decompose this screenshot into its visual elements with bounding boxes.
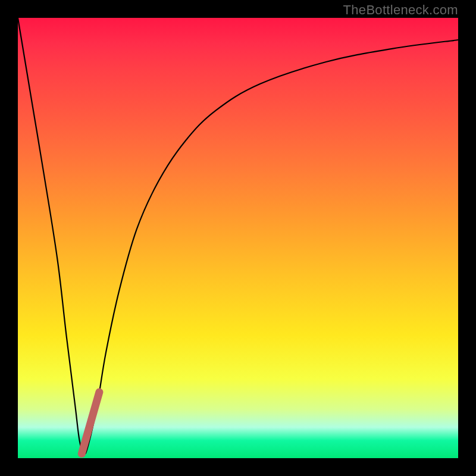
chart-frame: TheBottleneck.com xyxy=(0,0,476,476)
highlight-segment xyxy=(82,392,99,454)
curve-svg xyxy=(18,18,458,458)
plot-area xyxy=(18,18,458,458)
bottleneck-curve xyxy=(18,18,458,454)
attribution-text: TheBottleneck.com xyxy=(343,2,458,18)
